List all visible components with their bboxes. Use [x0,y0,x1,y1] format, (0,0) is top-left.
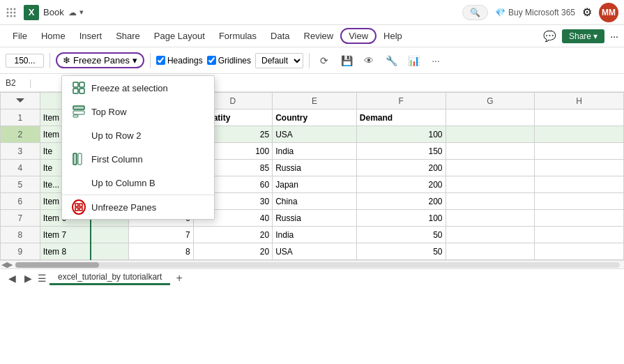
up-to-row-item[interactable]: Up to Row 2 [62,123,214,147]
cell-g7[interactable] [446,210,535,227]
cell-h6[interactable] [535,193,624,210]
settings-icon[interactable]: ⚙ [582,6,592,19]
toolbar-divider-1 [50,53,50,68]
save-icon[interactable]: 💾 [337,52,356,70]
chart-icon[interactable]: 📊 [404,52,423,70]
svg-rect-22 [79,208,82,211]
menu-insert[interactable]: Insert [73,28,109,44]
freeze-panes-label: Freeze Panes [73,55,130,66]
cell-e8[interactable]: India [273,227,357,243]
cell-f5[interactable]: 200 [356,176,446,193]
col-header-g[interactable]: G [446,93,535,109]
col-header-f[interactable]: F [356,93,446,109]
settings2-icon[interactable]: 🔧 [382,52,400,70]
scrollbar-track[interactable] [15,262,620,268]
headings-checkbox[interactable]: Headings [156,56,203,66]
cell-g8[interactable] [446,227,535,243]
theme-select[interactable]: Default [255,53,303,68]
cell-e1[interactable]: Country [273,109,357,126]
cell-c9[interactable]: 8 [129,243,193,260]
cell-e4[interactable]: Russia [273,160,357,176]
cell-e7[interactable]: Russia [273,210,357,227]
cell-g3[interactable] [446,143,535,160]
cell-f8[interactable]: 50 [356,227,446,243]
cell-e3[interactable]: India [273,143,357,160]
sheet-menu-icon[interactable]: ☰ [38,273,47,284]
menu-review[interactable]: Review [297,28,341,44]
menu-data[interactable]: Data [264,28,296,44]
cell-h8[interactable] [535,227,624,243]
cell-d8[interactable]: 20 [193,227,273,243]
sheet-nav-right-icon[interactable]: ▶ [22,273,35,284]
sheet-tab[interactable]: excel_tutorial_by tutorialkart [50,271,170,285]
scroll-left-icon[interactable]: ◀ [1,260,7,269]
more-icon[interactable]: ··· [427,52,445,70]
cell-e6[interactable]: China [273,193,357,210]
freeze-panes-button[interactable]: ❄ Freeze Panes ▾ [56,52,144,68]
freeze-at-selection-item[interactable]: Freeze at selection [62,76,214,100]
cell-b8[interactable]: Item 7 [40,227,129,243]
cell-f7[interactable]: 100 [356,210,446,227]
menu-help[interactable]: Help [376,28,409,44]
scrollbar-thumb[interactable] [15,262,99,268]
cell-e5[interactable]: Japan [273,176,357,193]
cell-g6[interactable] [446,193,535,210]
cell-h7[interactable] [535,210,624,227]
col-header-e[interactable]: E [273,93,357,109]
select-all-icon[interactable] [15,96,26,107]
cell-h1[interactable] [535,109,624,126]
gridlines-checkbox[interactable]: Gridlines [207,56,251,66]
unfreeze-panes-item[interactable]: Unfreeze Panes [62,195,214,219]
refresh-icon[interactable]: ⟳ [315,52,333,70]
svg-rect-12 [73,89,78,93]
cell-d9[interactable]: 20 [193,243,273,260]
more-menu-icon[interactable]: ··· [610,31,618,42]
top-row-item[interactable]: Top Row [62,100,214,123]
cell-f2[interactable]: 100 [356,126,446,143]
menu-formulas[interactable]: Formulas [212,28,264,44]
chat-icon[interactable]: 💬 [543,30,556,43]
first-column-item[interactable]: First Column [62,147,214,171]
share-button[interactable]: Share ▾ [562,29,604,43]
cell-g2[interactable] [446,126,535,143]
gridlines-check[interactable] [207,56,216,65]
cell-h2[interactable] [535,126,624,143]
menu-page-layout[interactable]: Page Layout [147,28,212,44]
menu-home[interactable]: Home [34,28,73,44]
scroll-right-icon[interactable]: ▶ [7,260,13,269]
cell-g9[interactable] [446,243,535,260]
cell-f4[interactable]: 200 [356,160,446,176]
cell-ref-input[interactable] [6,54,44,68]
view-icon[interactable]: 👁 [360,52,378,70]
cell-g5[interactable] [446,176,535,193]
cell-h3[interactable] [535,143,624,160]
up-to-column-item[interactable]: Up to Column B [62,171,214,195]
search-box[interactable]: 🔍 [462,5,488,20]
cell-h9[interactable] [535,243,624,260]
svg-rect-13 [79,89,84,93]
cell-h4[interactable] [535,160,624,176]
cell-b9[interactable]: Item 8 [40,243,129,260]
cell-f6[interactable]: 200 [356,193,446,210]
menu-view[interactable]: View [340,28,376,44]
avatar[interactable]: MM [599,3,618,22]
cell-f3[interactable]: 150 [356,143,446,160]
menu-file[interactable]: File [6,28,34,44]
buy-microsoft[interactable]: 💎 Buy Microsoft 365 [495,8,575,17]
cell-g1[interactable] [446,109,535,126]
cell-g4[interactable] [446,160,535,176]
cell-f1[interactable]: Demand [356,109,446,126]
cell-h5[interactable] [535,176,624,193]
menu-share[interactable]: Share [109,28,147,44]
cell-e2[interactable]: USA [273,126,357,143]
add-sheet-button[interactable]: + [173,272,185,285]
sheet-nav-left-icon[interactable]: ◀ [6,273,19,284]
up-to-row-label: Up to Row 2 [91,130,142,141]
cell-e9[interactable]: USA [273,243,357,260]
col-header-h[interactable]: H [535,93,624,109]
row-num-8: 8 [1,227,40,243]
apps-icon[interactable] [6,7,17,18]
cell-c8[interactable]: 7 [129,227,193,243]
cell-f9[interactable]: 50 [356,243,446,260]
headings-check[interactable] [156,56,165,65]
